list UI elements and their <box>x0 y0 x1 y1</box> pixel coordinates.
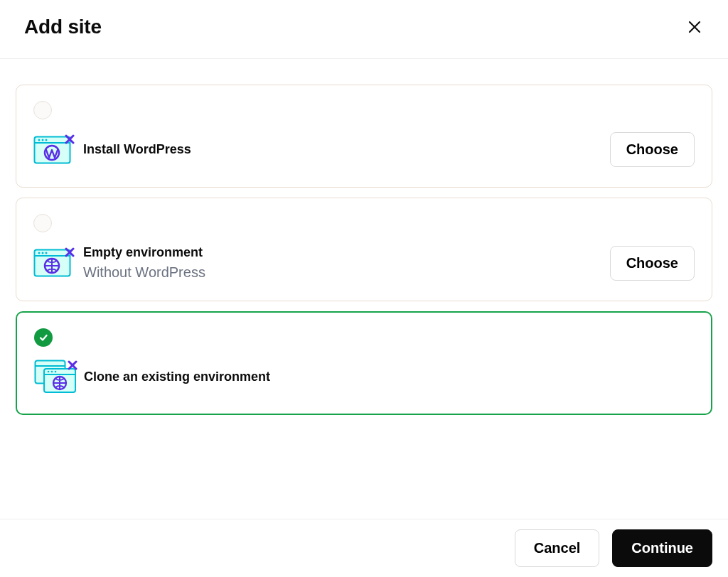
option-install-wordpress[interactable]: Install WordPress Choose <box>16 85 712 188</box>
dialog-header: Add site <box>0 0 728 59</box>
option-subtitle: Without WordPress <box>83 264 610 281</box>
svg-point-17 <box>51 371 53 373</box>
wordpress-window-icon <box>33 134 83 166</box>
radio-unchecked-icon[interactable] <box>33 214 52 232</box>
options-container: Install WordPress Choose <box>0 59 728 415</box>
svg-point-3 <box>42 139 44 141</box>
choose-button[interactable]: Choose <box>610 246 695 281</box>
option-title: Clone an existing environment <box>84 370 694 384</box>
option-radio-row <box>33 101 695 119</box>
svg-point-16 <box>48 371 50 373</box>
close-button[interactable] <box>684 16 705 38</box>
continue-button[interactable]: Continue <box>612 529 712 567</box>
svg-point-9 <box>42 252 44 254</box>
dialog-title: Add site <box>24 16 102 38</box>
cancel-button[interactable]: Cancel <box>515 529 600 567</box>
svg-point-18 <box>55 371 57 373</box>
close-icon <box>688 21 701 33</box>
radio-checked-icon[interactable] <box>34 328 53 347</box>
svg-point-10 <box>46 252 48 254</box>
choose-button[interactable]: Choose <box>610 132 695 167</box>
radio-unchecked-icon[interactable] <box>33 101 52 119</box>
svg-point-4 <box>46 139 48 141</box>
option-empty-environment[interactable]: Empty environment Without WordPress Choo… <box>16 198 712 301</box>
dialog-footer: Cancel Continue <box>0 519 728 577</box>
svg-point-8 <box>38 252 41 254</box>
globe-window-icon <box>33 247 83 279</box>
option-radio-row <box>33 214 695 232</box>
option-title: Empty environment <box>83 245 610 260</box>
option-clone-environment[interactable]: Clone an existing environment <box>16 311 712 415</box>
option-title: Install WordPress <box>83 142 610 157</box>
svg-point-2 <box>38 139 41 141</box>
clone-windows-icon <box>34 360 84 394</box>
option-radio-row <box>34 328 694 347</box>
